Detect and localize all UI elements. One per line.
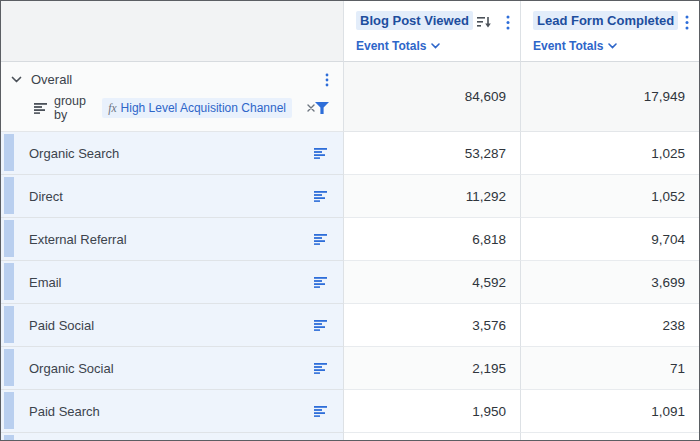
table-row: Paid Social 3,576 238: [1, 304, 699, 347]
row-value-lead-form-completed: 3,699: [521, 261, 699, 304]
row-label-cell: [1, 433, 344, 440]
column-header-lead-form-completed: Lead Form Completed Event Totals: [521, 1, 699, 62]
row-accent-bar: [4, 435, 14, 440]
row-label: Direct: [29, 189, 63, 204]
row-accent-bar: [4, 392, 14, 429]
metric-label: Event Totals: [533, 39, 603, 53]
group-bars-icon[interactable]: [314, 406, 327, 417]
table-row: Direct 11,292 1,052: [1, 175, 699, 218]
row-label-cell: Organic Search: [1, 132, 344, 175]
event-name-label[interactable]: Lead Form Completed: [533, 11, 678, 30]
row-label: Email: [29, 275, 62, 290]
row-value-blog-post-viewed: 2,195: [344, 347, 521, 390]
group-bars-icon: [34, 103, 47, 114]
collapse-chevron-icon[interactable]: [11, 76, 22, 83]
row-label-cell: External Referral: [1, 218, 344, 261]
row-value-blog-post-viewed: 53,287: [344, 132, 521, 175]
overall-label-cell: Overall group by fx High Level Acquisiti…: [1, 62, 344, 132]
table-header-row: Blog Post Viewed Event Totals Lead Form …: [1, 1, 699, 62]
table-row: Organic Search 53,287 1,025: [1, 132, 699, 175]
partial-next-row: [1, 433, 699, 440]
row-label: Organic Social: [29, 361, 114, 376]
group-bars-icon[interactable]: [314, 363, 327, 374]
row-accent-bar: [4, 177, 14, 214]
header-corner-cell: [1, 1, 344, 62]
group-bars-icon[interactable]: [314, 277, 327, 288]
row-value-lead-form-completed: 1,091: [521, 390, 699, 433]
row-accent-bar: [4, 263, 14, 300]
row-label: Paid Social: [29, 318, 94, 333]
metric-selector[interactable]: Event Totals: [533, 39, 689, 53]
row-accent-bar: [4, 134, 14, 171]
row-label-cell: Direct: [1, 175, 344, 218]
row-value-lead-form-completed: 1,025: [521, 132, 699, 175]
table-row: External Referral 6,818 9,704: [1, 218, 699, 261]
row-label: External Referral: [29, 232, 127, 247]
table-row: Paid Search 1,950 1,091: [1, 390, 699, 433]
group-by-property-name: High Level Acquisition Channel: [121, 101, 286, 115]
row-value-lead-form-completed: 71: [521, 347, 699, 390]
row-value-blog-post-viewed: 3,576: [344, 304, 521, 347]
formula-icon: fx: [108, 102, 116, 114]
group-bars-icon[interactable]: [314, 191, 327, 202]
row-value-lead-form-completed: 238: [521, 304, 699, 347]
row-label: Organic Search: [29, 146, 119, 161]
row-accent-bar: [4, 220, 14, 257]
group-bars-icon[interactable]: [314, 320, 327, 331]
overall-row: Overall group by fx High Level Acquisiti…: [1, 62, 699, 132]
event-name-label[interactable]: Blog Post Viewed: [356, 11, 473, 30]
table-body: Organic Search 53,287 1,025 Direct 11,29…: [1, 132, 699, 433]
overall-label: Overall: [31, 72, 72, 87]
group-by-property-chip[interactable]: fx High Level Acquisition Channel: [102, 98, 292, 118]
group-by-label: group by: [54, 94, 95, 122]
sort-descending-icon[interactable]: [477, 16, 492, 29]
row-label: Paid Search: [29, 404, 100, 419]
row-accent-bar: [4, 306, 14, 343]
row-menu-icon[interactable]: [325, 73, 329, 87]
row-value-blog-post-viewed: 4,592: [344, 261, 521, 304]
table-row: Email 4,592 3,699: [1, 261, 699, 304]
row-value-blog-post-viewed: 6,818: [344, 218, 521, 261]
row-value-blog-post-viewed: 1,950: [344, 390, 521, 433]
overall-value-blog-post-viewed: 84,609: [344, 62, 521, 132]
column-menu-icon[interactable]: [506, 15, 510, 30]
table-row: Organic Social 2,195 71: [1, 347, 699, 390]
row-value-blog-post-viewed: 11,292: [344, 175, 521, 218]
remove-group-by-icon[interactable]: [307, 104, 315, 112]
group-bars-icon[interactable]: [314, 234, 327, 245]
row-accent-bar: [4, 349, 14, 386]
column-menu-icon[interactable]: [685, 15, 689, 30]
row-value-lead-form-completed: 9,704: [521, 218, 699, 261]
filter-funnel-icon[interactable]: [315, 102, 329, 114]
group-bars-icon[interactable]: [314, 148, 327, 159]
row-label-cell: Organic Social: [1, 347, 344, 390]
chevron-down-icon: [608, 43, 617, 49]
metric-label: Event Totals: [356, 39, 426, 53]
row-label-cell: Email: [1, 261, 344, 304]
column-header-blog-post-viewed: Blog Post Viewed Event Totals: [344, 1, 521, 62]
metric-selector[interactable]: Event Totals: [356, 39, 510, 53]
overall-value-lead-form-completed: 17,949: [521, 62, 699, 132]
row-label-cell: Paid Search: [1, 390, 344, 433]
chevron-down-icon: [431, 43, 440, 49]
event-segmentation-table: Blog Post Viewed Event Totals Lead Form …: [0, 0, 700, 441]
row-label-cell: Paid Social: [1, 304, 344, 347]
row-value-lead-form-completed: 1,052: [521, 175, 699, 218]
